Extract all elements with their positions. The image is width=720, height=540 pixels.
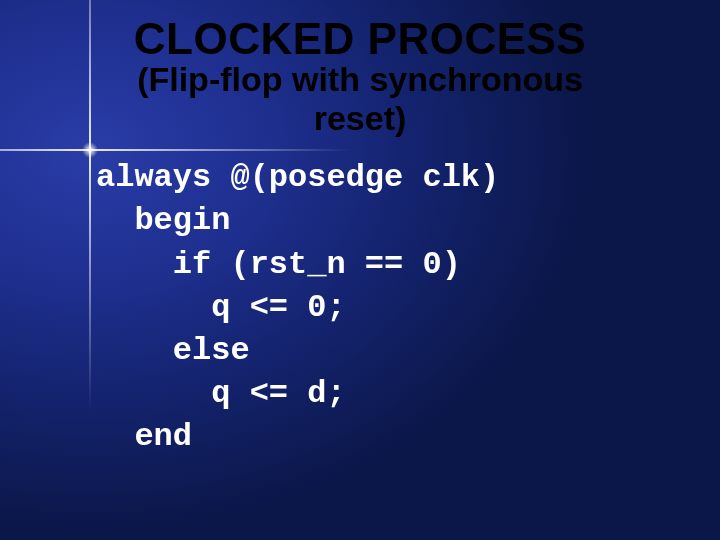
code-line: else <box>96 332 250 369</box>
code-line: q <= 0; <box>96 289 346 326</box>
slide: CLOCKED PROCESS (Flip-flop with synchron… <box>0 0 720 540</box>
code-line: end <box>96 418 192 455</box>
subtitle-line-2: reset) <box>314 99 407 137</box>
code-line: always @(posedge clk) <box>96 159 499 196</box>
slide-subtitle: (Flip-flop with synchronous reset) <box>40 60 680 138</box>
code-line: if (rst_n == 0) <box>96 246 461 283</box>
code-line: begin <box>96 202 230 239</box>
code-block: always @(posedge clk) begin if (rst_n ==… <box>96 156 680 458</box>
subtitle-line-1: (Flip-flop with synchronous <box>137 60 583 98</box>
code-line: q <= d; <box>96 375 346 412</box>
slide-title: CLOCKED PROCESS <box>40 14 680 64</box>
